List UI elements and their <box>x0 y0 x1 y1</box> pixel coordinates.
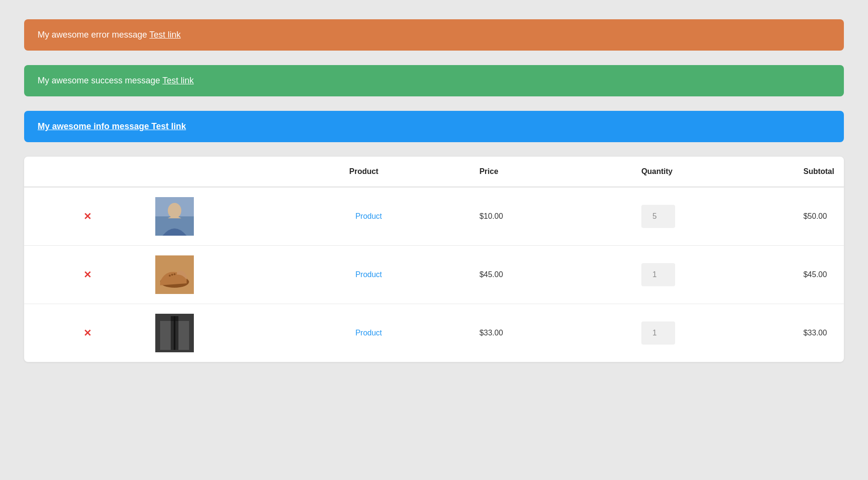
header-remove <box>24 157 146 187</box>
svg-point-5 <box>169 275 171 277</box>
remove-button-1[interactable]: ✕ <box>80 209 95 224</box>
price-cell-1: $10.00 <box>470 187 632 246</box>
product-image-cell-2 <box>146 246 268 304</box>
product-link-3[interactable]: Product <box>355 329 382 337</box>
header-product: Product <box>268 157 470 187</box>
product-link-2[interactable]: Product <box>355 270 382 279</box>
remove-cell-1: ✕ <box>24 187 146 246</box>
table-row: ✕ Product $33. <box>24 304 844 362</box>
price-cell-2: $45.00 <box>470 246 632 304</box>
subtotal-cell-2: $45.00 <box>794 246 844 304</box>
svg-point-7 <box>174 273 176 275</box>
info-alert-link[interactable]: My awesome info message Test link <box>38 121 186 131</box>
remove-cell-3: ✕ <box>24 304 146 362</box>
price-cell-3: $33.00 <box>470 304 632 362</box>
quantity-input-3[interactable] <box>641 321 675 345</box>
product-image-svg-2 <box>155 255 194 294</box>
svg-point-6 <box>171 274 173 276</box>
error-alert: My awesome error message Test link <box>24 19 844 51</box>
cart-table-container: Product Price Quantity Subtotal ✕ <box>24 157 844 362</box>
table-header-row: Product Price Quantity Subtotal <box>24 157 844 187</box>
product-name-cell-3: Product <box>268 304 470 362</box>
quantity-cell-1 <box>632 187 794 246</box>
success-alert-message: My awesome success message <box>38 76 163 85</box>
product-image-svg-3 <box>155 314 194 352</box>
remove-button-3[interactable]: ✕ <box>80 325 95 341</box>
product-name-cell-1: Product <box>268 187 470 246</box>
error-alert-link[interactable]: Test link <box>149 30 181 40</box>
quantity-input-2[interactable] <box>641 263 675 286</box>
success-alert: My awesome success message Test link <box>24 65 844 96</box>
product-name-cell-2: Product <box>268 246 470 304</box>
remove-button-2[interactable]: ✕ <box>80 267 95 282</box>
error-alert-message: My awesome error message <box>38 30 149 40</box>
product-image-3 <box>155 314 194 352</box>
product-image-2 <box>155 255 194 294</box>
product-link-1[interactable]: Product <box>355 212 382 220</box>
product-image-svg-1 <box>155 197 194 236</box>
remove-cell-2: ✕ <box>24 246 146 304</box>
svg-point-2 <box>168 203 181 218</box>
table-row: ✕ Product $10. <box>24 187 844 246</box>
table-row: ✕ <box>24 246 844 304</box>
cart-table: Product Price Quantity Subtotal ✕ <box>24 157 844 362</box>
product-image-cell-1 <box>146 187 268 246</box>
info-alert: My awesome info message Test link <box>24 111 844 142</box>
header-price: Price <box>470 157 632 187</box>
success-alert-link[interactable]: Test link <box>163 76 194 85</box>
quantity-cell-2 <box>632 246 794 304</box>
header-image <box>146 157 268 187</box>
header-subtotal: Subtotal <box>794 157 844 187</box>
product-image-1 <box>155 197 194 236</box>
quantity-cell-3 <box>632 304 794 362</box>
subtotal-cell-3: $33.00 <box>794 304 844 362</box>
product-image-cell-3 <box>146 304 268 362</box>
header-quantity: Quantity <box>632 157 794 187</box>
subtotal-cell-1: $50.00 <box>794 187 844 246</box>
quantity-input-1[interactable] <box>641 205 675 228</box>
